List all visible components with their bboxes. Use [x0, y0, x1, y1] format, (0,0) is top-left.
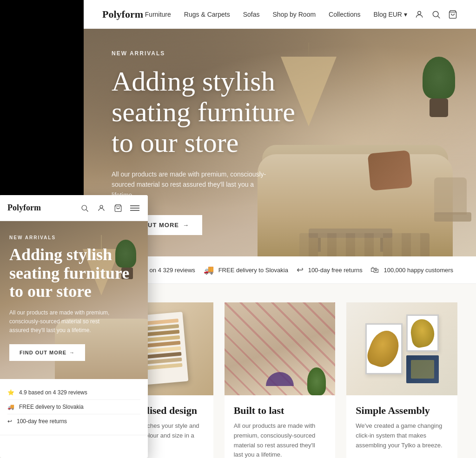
hero-headline: Adding stylish seating furniture to our …	[112, 66, 298, 158]
svg-point-6	[100, 205, 103, 208]
feature-card-assembly: Simple Assembly We've created a game cha…	[346, 302, 457, 458]
delivery-icon: 🚚	[204, 265, 214, 275]
mobile-trust-reviews: ⭐ 4.9 based on 4 329 reviews	[7, 386, 140, 400]
mobile-hero-eyebrow: NEW ARRIVALS	[9, 235, 139, 240]
nav-item-blog[interactable]: Blog	[374, 11, 387, 18]
chair-decoration	[434, 177, 471, 233]
mobile-nav: Polyform	[0, 195, 148, 221]
mobile-cta-label: FIND OUT MORE	[20, 350, 66, 355]
art-frame-2	[406, 314, 439, 352]
black-overlay-left	[0, 0, 84, 195]
mobile-trust-returns: ↩ 100-day free returns	[7, 414, 140, 428]
feature-title-quality: Built to last	[234, 405, 326, 417]
trust-returns-text: 100-day free returns	[308, 267, 363, 274]
mobile-delivery-icon: 🚚	[7, 404, 14, 410]
feature-desc-assembly: We've created a game changing click-in s…	[356, 421, 448, 450]
mobile-star-icon: ⭐	[7, 389, 14, 396]
art-frame-1	[365, 323, 403, 374]
hero-eyebrow: NEW ARRIVALS	[112, 50, 298, 57]
currency-label: EUR	[388, 11, 402, 18]
trust-delivery-text: FREE delivery to Slovakia	[218, 267, 288, 274]
returns-icon: ↩	[297, 265, 304, 275]
mobile-hero-headline: Adding stylish seating furniture to our …	[9, 246, 139, 301]
feature-card-quality: Built to last All our products are made …	[225, 302, 336, 458]
nav-item-collections[interactable]: Collections	[329, 11, 360, 18]
trust-item-customers: 🛍 100,000 happy customers	[370, 265, 453, 275]
mobile-nav-icons	[79, 203, 140, 214]
desktop-nav: Polyform Furniture Rugs & Carpets Sofas …	[84, 0, 476, 29]
feature-img-quality	[225, 302, 336, 395]
mobile-cta-arrow: →	[69, 350, 75, 355]
mobile-trust-delivery: 🚚 FREE delivery to Slovakia	[7, 400, 140, 414]
nav-item-shop-by-room[interactable]: Shop by Room	[272, 11, 316, 18]
svg-point-1	[433, 11, 438, 17]
svg-point-4	[82, 205, 87, 210]
mobile-hero-description: All our products are made with premium, …	[9, 308, 121, 335]
trust-item-returns: ↩ 100-day free returns	[297, 265, 363, 275]
nav-right-actions: EUR ▾	[388, 10, 457, 19]
feature-title-assembly: Simple Assembly	[356, 405, 448, 417]
currency-selector[interactable]: EUR ▾	[388, 11, 407, 18]
cart-icon[interactable]	[448, 10, 457, 19]
mobile-cart-icon[interactable]	[112, 203, 124, 214]
mobile-trust-delivery-label: FREE delivery to Slovakia	[19, 404, 84, 410]
nav-item-furniture[interactable]: Furniture	[145, 11, 171, 18]
pillow-decoration	[368, 150, 413, 191]
desktop-logo: Polyform	[102, 8, 143, 20]
search-icon[interactable]	[431, 10, 441, 19]
plant-decoration	[420, 57, 457, 112]
feature-content-quality: Built to last All our products are made …	[225, 395, 336, 458]
nav-item-sofas[interactable]: Sofas	[243, 11, 260, 18]
mobile-trust-section: ⭐ 4.9 based on 4 329 reviews 🚚 FREE deli…	[0, 379, 148, 435]
mobile-logo: Polyform	[7, 203, 41, 213]
feature-img-assembly	[346, 302, 457, 395]
currency-dropdown-icon: ▾	[404, 11, 407, 18]
svg-point-0	[418, 11, 421, 14]
blue-textile	[406, 355, 439, 383]
feature-content-assembly: Simple Assembly We've created a game cha…	[346, 395, 457, 458]
mobile-hero-cta-button[interactable]: FIND OUT MORE →	[9, 344, 85, 361]
hero-cta-arrow: →	[183, 222, 189, 229]
mobile-trust-reviews-label: 4.9 based on 4 329 reviews	[19, 389, 87, 396]
mobile-menu-icon[interactable]	[129, 203, 140, 214]
customers-icon: 🛍	[370, 265, 379, 275]
mobile-hero-section: NEW ARRIVALS Adding stylish seating furn…	[0, 221, 148, 379]
nav-item-rugs[interactable]: Rugs & Carpets	[184, 11, 230, 18]
feature-desc-quality: All our products are made with premium, …	[234, 421, 326, 458]
trust-item-delivery: 🚚 FREE delivery to Slovakia	[204, 265, 288, 275]
shell-decoration-1	[364, 327, 403, 371]
mobile-search-icon[interactable]	[79, 203, 90, 214]
trust-customers-text: 100,000 happy customers	[383, 267, 453, 274]
mobile-hero-content: NEW ARRIVALS Adding stylish seating furn…	[0, 221, 148, 370]
account-icon[interactable]	[415, 10, 424, 19]
nav-links: Furniture Rugs & Carpets Sofas Shop by R…	[145, 10, 387, 19]
mobile-account-icon[interactable]	[96, 203, 107, 214]
mobile-layer: Polyform NEW ARRIVALS	[0, 195, 148, 458]
svg-line-2	[438, 16, 440, 18]
mobile-returns-icon: ↩	[7, 418, 12, 425]
mobile-trust-returns-label: 100-day free returns	[17, 418, 67, 425]
svg-line-5	[86, 209, 88, 211]
